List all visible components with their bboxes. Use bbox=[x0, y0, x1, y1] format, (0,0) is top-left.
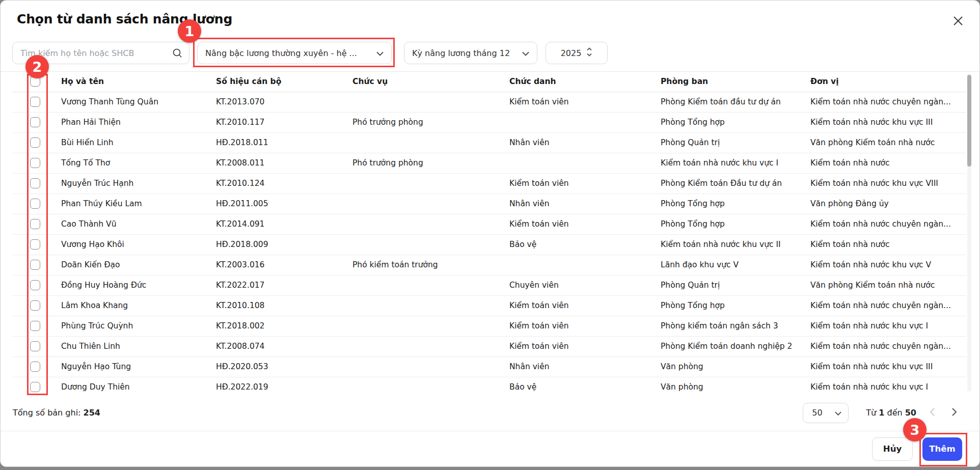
header-position: Chức vụ bbox=[341, 72, 498, 92]
add-button[interactable]: Thêm bbox=[922, 437, 962, 461]
row-checkbox[interactable] bbox=[30, 321, 40, 331]
cell-title: Kiểm toán viên bbox=[498, 316, 649, 336]
cell-code: HĐ.2018.009 bbox=[204, 234, 341, 255]
cell-code: KT.2010.108 bbox=[204, 295, 341, 316]
cell-position bbox=[341, 356, 498, 377]
year-stepper[interactable]: 2025 bbox=[546, 42, 608, 64]
table-row[interactable]: Bùi Hiển Linh HĐ.2018.011 Nhân viên Phòn… bbox=[13, 132, 966, 153]
select-all-checkbox[interactable] bbox=[30, 76, 40, 87]
cell-title: Chuyên viên bbox=[498, 275, 649, 295]
row-checkbox[interactable] bbox=[30, 199, 40, 209]
cell-position: Phó kiểm toán trưởng bbox=[341, 255, 498, 275]
cell-position bbox=[341, 234, 498, 255]
chevron-down-icon bbox=[522, 48, 529, 58]
table-row[interactable]: Vương Hạo Khôi HĐ.2018.009 Bảo vệ Kiểm t… bbox=[13, 234, 966, 255]
cell-title bbox=[498, 153, 649, 173]
range-word-from: Từ bbox=[866, 408, 876, 418]
table-row[interactable]: Nguyễn Trúc Hạnh KT.2010.124 Kiểm toán v… bbox=[13, 173, 966, 193]
row-checkbox[interactable] bbox=[30, 280, 40, 290]
employee-table: Họ và tên Số hiệu cán bộ Chức vụ Chức da… bbox=[13, 72, 966, 395]
row-checkbox[interactable] bbox=[30, 300, 40, 311]
cell-department: Phòng Tổng hợp bbox=[649, 193, 799, 214]
search-input[interactable] bbox=[13, 42, 189, 64]
salary-type-dropdown[interactable]: Nâng bậc lương thường xuyên - hệ ... bbox=[197, 42, 392, 64]
table-row[interactable]: Cao Thành Vũ KT.2014.091 Kiểm toán viên … bbox=[13, 214, 966, 234]
cell-name: Phan Hải Thiện bbox=[49, 112, 204, 132]
cell-name: Đồng Huy Hoàng Đức bbox=[49, 275, 204, 295]
row-checkbox[interactable] bbox=[30, 341, 40, 351]
table-header-row: Họ và tên Số hiệu cán bộ Chức vụ Chức da… bbox=[13, 72, 966, 92]
cell-code: KT.2014.091 bbox=[204, 214, 341, 234]
cell-department: Kiểm toán nhà nước khu vực I bbox=[649, 153, 799, 173]
cell-code: KT.2008.011 bbox=[204, 153, 341, 173]
cell-unit: Văn phòng Đảng ủy bbox=[799, 193, 966, 214]
cell-unit: Kiểm toán nhà nước chuyên ngàn... bbox=[799, 214, 966, 234]
prev-page-button[interactable] bbox=[928, 406, 937, 419]
cell-title: Bảo vệ bbox=[498, 377, 649, 395]
row-checkbox[interactable] bbox=[30, 137, 40, 148]
cell-code: KT.2022.017 bbox=[204, 275, 341, 295]
row-checkbox[interactable] bbox=[30, 178, 40, 188]
salary-period-value: Kỳ nâng lương tháng 12 bbox=[412, 48, 510, 58]
next-page-button[interactable] bbox=[949, 406, 959, 419]
row-checkbox[interactable] bbox=[30, 97, 40, 107]
table-footer: Tổng số bản ghi: 254 50 Từ 1 đến 50 bbox=[1, 395, 979, 431]
table-row[interactable]: Đồng Huy Hoàng Đức KT.2022.017 Chuyên vi… bbox=[13, 275, 966, 295]
cell-unit: Kiểm toán nhà nước khu vực VIII bbox=[799, 173, 966, 193]
table-row[interactable]: Phan Thúy Kiều Lam HĐ.2011.005 Nhân viên… bbox=[13, 193, 966, 214]
cell-department: Phòng Tổng hợp bbox=[649, 112, 799, 132]
cell-name: Lâm Khoa Khang bbox=[49, 295, 204, 316]
cell-unit: Kiểm toán nhà nước khu vực III bbox=[799, 112, 966, 132]
salary-period-dropdown[interactable]: Kỳ nâng lương tháng 12 bbox=[404, 42, 537, 64]
row-checkbox[interactable] bbox=[30, 362, 40, 372]
table-row[interactable]: Vương Thanh Tùng Quân KT.2013.070 Kiểm t… bbox=[13, 92, 966, 112]
cell-department: Phòng kiểm toán ngân sách 3 bbox=[649, 316, 799, 336]
table-row[interactable]: Chu Thiên Linh KT.2008.074 Kiểm toán viê… bbox=[13, 336, 966, 356]
cell-title: Kiểm toán viên bbox=[498, 173, 649, 193]
row-checkbox[interactable] bbox=[30, 219, 40, 229]
cell-name: Vương Hạo Khôi bbox=[49, 234, 204, 255]
scrollbar-thumb[interactable] bbox=[967, 75, 971, 167]
cell-unit: Kiểm toán nhà nước khu vực I bbox=[799, 316, 966, 336]
header-name: Họ và tên bbox=[49, 72, 204, 92]
table-row[interactable]: Lâm Khoa Khang KT.2010.108 Kiểm toán viê… bbox=[13, 295, 966, 316]
row-checkbox[interactable] bbox=[30, 382, 40, 392]
cell-unit: Văn phòng Kiểm toán nhà nước bbox=[799, 132, 966, 153]
chevron-left-icon bbox=[930, 410, 935, 418]
row-checkbox[interactable] bbox=[30, 158, 40, 168]
table-row[interactable]: Phan Hải Thiện KT.2010.117 Phó trưởng ph… bbox=[13, 112, 966, 132]
table-row[interactable]: Dương Duy Thiên HĐ.2022.019 Bảo vệ Văn p… bbox=[13, 377, 966, 395]
cell-name: Tống Tố Thơ bbox=[49, 153, 204, 173]
total-records-label: Tổng số bản ghi: bbox=[13, 408, 80, 418]
table-row[interactable]: Phùng Trúc Quỳnh KT.2018.002 Kiểm toán v… bbox=[13, 316, 966, 336]
header-code: Số hiệu cán bộ bbox=[204, 72, 341, 92]
cell-unit: Kiểm toán nhà nước khu vực III bbox=[799, 356, 966, 377]
cell-code: HĐ.2011.005 bbox=[204, 193, 341, 214]
cell-name: Bùi Hiển Linh bbox=[49, 132, 204, 153]
cell-title: Kiểm toán viên bbox=[498, 295, 649, 316]
cell-position bbox=[341, 377, 498, 395]
cell-title: Kiểm toán viên bbox=[498, 336, 649, 356]
cell-unit: Kiểm toán nhà nước chuyên ngàn... bbox=[799, 336, 966, 356]
row-checkbox[interactable] bbox=[30, 117, 40, 127]
header-unit: Đơn vị bbox=[799, 72, 966, 92]
table-row[interactable]: Nguyễn Hạo Tùng HĐ.2020.053 Nhân viên Vă… bbox=[13, 356, 966, 377]
cell-title: Kiểm toán viên bbox=[498, 214, 649, 234]
search-icon[interactable] bbox=[172, 48, 182, 60]
cell-title bbox=[498, 112, 649, 132]
page-size-dropdown[interactable]: 50 bbox=[803, 403, 849, 423]
search-box bbox=[12, 42, 189, 64]
cell-unit: Kiểm toán nhà nước khu vực I bbox=[799, 377, 966, 395]
close-button[interactable] bbox=[950, 13, 966, 31]
vertical-scrollbar[interactable] bbox=[967, 74, 971, 392]
page-title: Chọn từ danh sách nâng lương bbox=[17, 12, 232, 26]
cell-name: Nguyễn Trúc Hạnh bbox=[49, 173, 204, 193]
row-checkbox[interactable] bbox=[30, 260, 40, 270]
table-row[interactable]: Tống Tố Thơ KT.2008.011 Phó trưởng phòng… bbox=[13, 153, 966, 173]
cell-position: Phó trưởng phòng bbox=[341, 112, 498, 132]
cancel-button[interactable]: Hủy bbox=[872, 437, 913, 461]
cell-code: KT.2003.016 bbox=[204, 255, 341, 275]
cell-title bbox=[498, 255, 649, 275]
row-checkbox[interactable] bbox=[30, 239, 40, 250]
table-row[interactable]: Doãn Kiến Đạo KT.2003.016 Phó kiểm toán … bbox=[13, 255, 966, 275]
